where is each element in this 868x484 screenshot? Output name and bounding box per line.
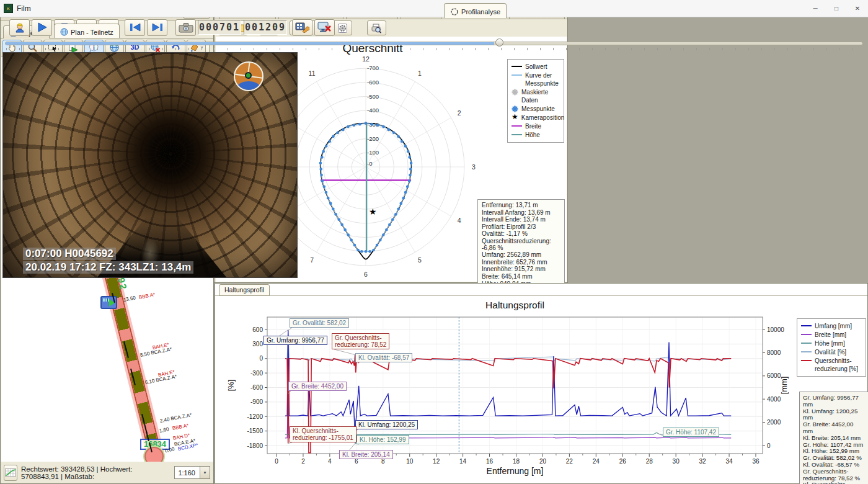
svg-text:-1500: -1500 bbox=[247, 428, 263, 434]
operator-button[interactable] bbox=[9, 19, 30, 36]
annotation-gr-querschnitts-: Gr. Querschnitts-reduzierung: 78,52 bbox=[332, 333, 389, 349]
svg-text:0: 0 bbox=[767, 442, 771, 449]
svg-text:24: 24 bbox=[593, 458, 600, 465]
camera-position-marker: ★ bbox=[369, 207, 377, 217]
counter-length: 001209 bbox=[244, 20, 287, 35]
film-titlebar: K Film ─ □ ✕ bbox=[0, 0, 868, 17]
svg-text:-100: -100 bbox=[367, 149, 379, 156]
station-label: 0,00 bbox=[164, 446, 175, 454]
svg-text:20: 20 bbox=[539, 458, 547, 465]
haltungsprofil-panel: Haltungsprofil Haltungsprofil6003000-300… bbox=[215, 283, 868, 484]
stats-line: Gr. Querschnitts- bbox=[803, 468, 865, 475]
svg-text:-1200: -1200 bbox=[247, 413, 263, 420]
svg-text:2: 2 bbox=[301, 458, 305, 465]
grid-curve-icon bbox=[5, 468, 16, 477]
legend-item: Ovalität [%] bbox=[801, 348, 862, 356]
svg-text:-400: -400 bbox=[367, 107, 379, 114]
chevron-down-icon[interactable]: ▼ bbox=[200, 467, 210, 478]
close-button[interactable]: ✕ bbox=[847, 0, 868, 17]
legend-item: Breite bbox=[512, 122, 560, 130]
querschnitt-legend: SollwertKurve der MesspunkteMaskierte Da… bbox=[507, 59, 564, 143]
info-line: Umfang: 2562,89 mm bbox=[482, 252, 560, 259]
svg-text:Entfernung [m]: Entfernung [m] bbox=[487, 466, 544, 476]
legend-item: ★Kameraposition bbox=[512, 114, 560, 122]
svg-text:0: 0 bbox=[275, 458, 278, 465]
info-line: Intervall Anfang: 13,69 m bbox=[482, 210, 560, 217]
svg-text:2000: 2000 bbox=[767, 419, 781, 426]
svg-text:6: 6 bbox=[364, 271, 368, 278]
haltungsprofil-legend: Umfang [mm]Breite [mm]Höhe [mm]Ovalität … bbox=[797, 318, 866, 377]
disconnect-button[interactable] bbox=[314, 19, 335, 36]
station-label: BBB.A* bbox=[172, 423, 189, 431]
coordinates-status: Rechtswert: 393428,53 | Hochwert: 570884… bbox=[21, 465, 170, 480]
video-overlay-text: 0:07:00 H0045692 20.02.19 17:12 FZ: 343L… bbox=[23, 248, 193, 275]
legend-item: Höhe bbox=[512, 131, 560, 139]
svg-text:4: 4 bbox=[458, 217, 461, 224]
svg-text:10: 10 bbox=[406, 458, 414, 465]
svg-text:-600: -600 bbox=[250, 384, 263, 391]
svg-text:[%]: [%] bbox=[226, 380, 236, 392]
film-settings-button[interactable] bbox=[292, 19, 312, 36]
video-frame[interactable]: 0:07:00 H0045692 20.02.19 17:12 FZ: 343L… bbox=[2, 52, 298, 278]
svg-text:3: 3 bbox=[472, 163, 476, 171]
info-line: Breite: 645,14 mm bbox=[482, 274, 560, 280]
annotation-gr-höhe-1107-42: Gr. Höhe: 1107,42 bbox=[663, 428, 719, 437]
skip-end-button[interactable] bbox=[147, 19, 167, 36]
svg-text:-900: -900 bbox=[250, 398, 263, 405]
svg-text:14: 14 bbox=[459, 458, 467, 465]
annotation-gr-umfang-9956-77: Gr. Umfang: 9956,77 bbox=[264, 336, 327, 345]
film-seek-track[interactable] bbox=[5, 42, 863, 45]
svg-text:16: 16 bbox=[486, 458, 494, 465]
annotation-gr-breite-4452-00: Gr. Breite: 4452,00 bbox=[288, 382, 347, 391]
stats-line: Kl. Querschnitts- bbox=[803, 482, 865, 484]
svg-text:28: 28 bbox=[646, 458, 653, 465]
svg-text:-200: -200 bbox=[367, 135, 379, 142]
tab-plan-teilnetz[interactable]: Plan - Teilnetz bbox=[54, 24, 120, 38]
grid-curve-button[interactable] bbox=[4, 465, 17, 481]
tab-haltungsprofil[interactable]: Haltungsprofil bbox=[219, 284, 270, 296]
svg-text:1: 1 bbox=[418, 69, 422, 77]
film-seek-fill bbox=[6, 42, 494, 45]
info-line: Entfernung: 13,71 m bbox=[482, 202, 560, 209]
film-toolbar: ˅000701001209 bbox=[0, 17, 868, 37]
annotation-kl-breite-205-14: Kl. Breite: 205,14 bbox=[339, 450, 393, 459]
skip-start-button[interactable] bbox=[125, 19, 145, 36]
snapshot-button[interactable] bbox=[175, 19, 196, 36]
svg-text:600: 600 bbox=[252, 326, 263, 333]
globe-icon bbox=[60, 28, 68, 36]
stats-line: Kl. Breite: 205,14 mm bbox=[803, 435, 865, 442]
svg-text:-300: -300 bbox=[250, 370, 263, 377]
svg-text:-600: -600 bbox=[367, 79, 379, 86]
minimize-button[interactable]: ─ bbox=[805, 0, 826, 17]
legend-item: Breite [mm] bbox=[801, 331, 862, 339]
film-seek-handle[interactable] bbox=[495, 38, 503, 47]
legend-item: Sollwert bbox=[512, 63, 560, 71]
svg-text:4: 4 bbox=[328, 458, 332, 465]
inclination-indicator bbox=[234, 61, 264, 91]
overlay-meta: 20.02.19 17:12 FZ: 343LZ1: 13,4m bbox=[23, 261, 193, 274]
svg-text:18: 18 bbox=[513, 458, 520, 465]
scale-value: 1:160 bbox=[178, 469, 195, 477]
legend-item: Querschnitts-reduzierung [%] bbox=[801, 357, 862, 373]
svg-text:300: 300 bbox=[252, 341, 263, 347]
svg-text:[mm]: [mm] bbox=[779, 377, 789, 395]
info-line: Innenbreite: 652,76 mm bbox=[482, 259, 560, 266]
svg-text:8000: 8000 bbox=[767, 349, 781, 356]
film-seek-row bbox=[0, 37, 868, 51]
svg-text:-700: -700 bbox=[367, 65, 379, 71]
scale-select[interactable]: 1:160 ▼ bbox=[174, 466, 210, 479]
svg-text:2: 2 bbox=[458, 109, 461, 117]
station-label: 1,60 bbox=[159, 426, 169, 434]
overlay-timecode: 0:07:00 H0045692 bbox=[23, 248, 116, 260]
counter-position: 000701 bbox=[198, 20, 241, 35]
film-window: K Film ─ □ ✕ ˅000701001209 0:07:00 H0045… bbox=[0, 0, 300, 282]
play-button[interactable] bbox=[32, 19, 52, 36]
haltungsprofil-statsbox: Gr. Umfang: 9956,77 mmKl. Umfang: 1200,2… bbox=[799, 392, 868, 484]
svg-text:-0: -0 bbox=[367, 160, 372, 167]
svg-text:34: 34 bbox=[725, 458, 733, 465]
svg-text:0: 0 bbox=[259, 355, 263, 362]
maximize-button[interactable]: □ bbox=[826, 0, 847, 17]
manhole-node[interactable] bbox=[144, 447, 164, 462]
legend-item: Umfang [mm] bbox=[801, 322, 862, 330]
tab-profilanalyse[interactable]: Profilanalyse bbox=[444, 3, 507, 18]
